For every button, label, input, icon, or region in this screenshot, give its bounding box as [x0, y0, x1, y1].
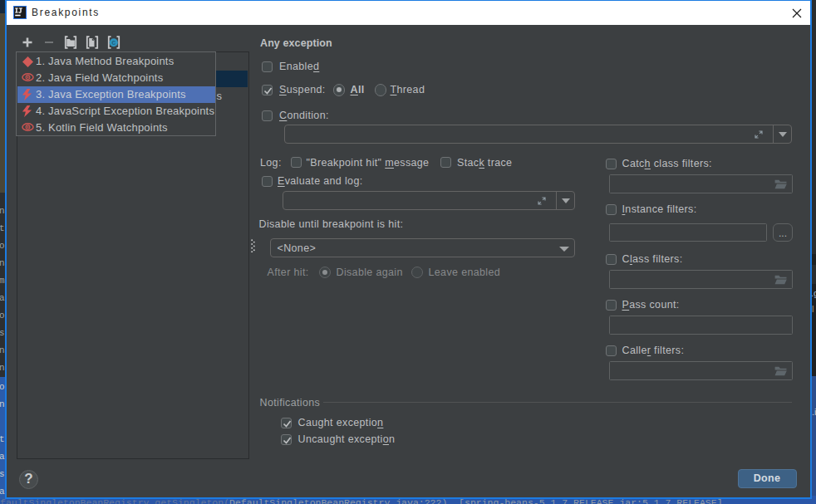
svg-text:c: c	[111, 38, 116, 46]
